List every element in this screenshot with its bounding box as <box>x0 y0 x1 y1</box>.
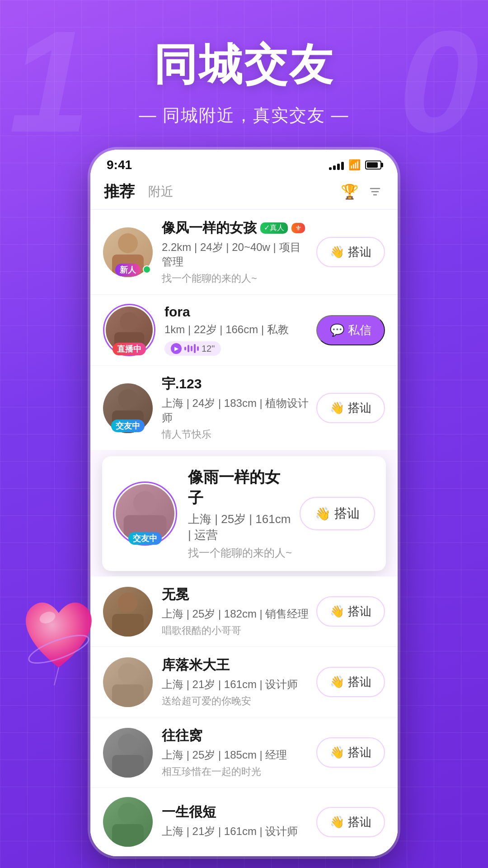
voice-time-2: 12" <box>202 344 215 354</box>
voice-note-2: ▶ 12" <box>164 341 221 356</box>
svg-point-14 <box>118 663 138 683</box>
trophy-icon[interactable]: 🏆 <box>341 183 359 201</box>
svg-point-16 <box>118 734 138 754</box>
user-name-row-3: 宇.123 <box>162 375 311 393</box>
action-btn-5[interactable]: 👋 搭讪 <box>316 596 385 627</box>
phone-mockup: 9:41 📶 推荐 附近 🏆 <box>90 150 398 856</box>
wave-button-4[interactable]: 👋 搭讪 <box>300 497 375 530</box>
battery-fill <box>367 162 378 168</box>
action-btn-7[interactable]: 👋 搭讪 <box>316 737 385 768</box>
avatar-8 <box>103 797 153 847</box>
action-btn-2[interactable]: 💬 私信 <box>316 315 385 345</box>
user-item-2[interactable]: 直播中 fora 1km | 22岁 | 166cm | 私教 ▶ <box>90 295 398 366</box>
msg-button-2[interactable]: 💬 私信 <box>316 315 385 345</box>
tab-nearby[interactable]: 附近 <box>148 183 174 200</box>
action-btn-3[interactable]: 👋 搭讪 <box>316 393 385 423</box>
avatar-badge-2: 直播中 <box>113 343 146 355</box>
user-meta-8: 上海 | 21岁 | 161cm | 设计师 <box>162 824 311 839</box>
wave-emoji-8: 👋 <box>330 815 344 829</box>
user-name-5: 无冕 <box>162 585 189 604</box>
user-item-5[interactable]: 无冕 上海 | 25岁 | 182cm | 销售经理 唱歌很酷的小哥哥 👋 搭讪 <box>90 576 398 647</box>
avatar-wrap-2: 直播中 <box>103 304 155 356</box>
user-info-5: 无冕 上海 | 25岁 | 182cm | 销售经理 唱歌很酷的小哥哥 <box>162 585 311 637</box>
avatar-wrap-6 <box>103 657 153 707</box>
user-info-7: 往往窝 上海 | 25岁 | 185cm | 经理 相互珍惜在一起的时光 <box>162 726 311 778</box>
wave-emoji-5: 👋 <box>330 604 344 618</box>
user-item-3[interactable]: 交友中 宇.123 上海 | 24岁 | 183cm | 植物设计师 情人节快乐… <box>90 366 398 451</box>
user-info-6: 库落米大王 上海 | 21岁 | 161cm | 设计师 送给超可爱的你晚安 <box>162 656 311 708</box>
wave-emoji-4: 👋 <box>315 506 331 521</box>
user-info-1: 像风一样的女孩 ✓真人 ⚜ 2.2km | 24岁 | 20~40w | 项目管… <box>162 219 311 285</box>
user-name-3: 宇.123 <box>162 375 202 393</box>
signal-bar-4 <box>341 162 344 170</box>
user-item-7[interactable]: 往往窝 上海 | 25岁 | 185cm | 经理 相互珍惜在一起的时光 👋 搭… <box>90 717 398 788</box>
phone-container: 9:41 📶 推荐 附近 🏆 <box>0 150 488 856</box>
action-btn-6[interactable]: 👋 搭讪 <box>316 667 385 697</box>
wave-emoji-3: 👋 <box>330 401 344 415</box>
user-item-6[interactable]: 库落米大王 上海 | 21岁 | 161cm | 设计师 送给超可爱的你晚安 👋… <box>90 647 398 717</box>
subtitle: — 同城附近，真实交友 — <box>0 104 488 127</box>
wave-emoji-1: 👋 <box>330 245 344 259</box>
svg-point-12 <box>118 593 138 613</box>
user-name-4: 像雨一样的女子 <box>188 467 294 509</box>
user-list: 新人 像风一样的女孩 ✓真人 ⚜ 2.2km | 24岁 | 20~40w | … <box>90 210 398 856</box>
user-name-row-8: 一生很短 <box>162 803 311 821</box>
msg-emoji-2: 💬 <box>330 323 344 337</box>
highlighted-card-4[interactable]: 交友中 像雨一样的女子 上海 | 25岁 | 161cm | 运营 找一个能聊的… <box>102 456 386 571</box>
user-meta-2: 1km | 22岁 | 166cm | 私教 <box>164 322 311 337</box>
svg-rect-19 <box>112 824 144 847</box>
user-name-row-1: 像风一样的女孩 ✓真人 ⚜ <box>162 219 311 237</box>
wave-button-3[interactable]: 👋 搭讪 <box>316 393 385 423</box>
wave-emoji-7: 👋 <box>330 745 344 760</box>
wave-button-7[interactable]: 👋 搭讪 <box>316 737 385 768</box>
avatar-wrap-5 <box>103 587 153 637</box>
wave-label-4: 搭讪 <box>334 505 360 522</box>
vbar-5 <box>197 346 199 351</box>
avatar-online-1 <box>143 265 151 274</box>
user-name-row-2: fora <box>164 304 311 320</box>
user-info-4: 像雨一样的女子 上海 | 25岁 | 161cm | 运营 找一个能聊的来的人~ <box>188 467 294 560</box>
action-btn-8[interactable]: 👋 搭讪 <box>316 807 385 837</box>
svg-point-10 <box>133 491 157 514</box>
avatar-badge-3: 交友中 <box>111 420 145 432</box>
highlighted-section: 交友中 像雨一样的女子 上海 | 25岁 | 161cm | 运营 找一个能聊的… <box>90 451 398 576</box>
avatar-6 <box>103 657 153 707</box>
vbar-1 <box>184 347 186 350</box>
msg-label-2: 私信 <box>348 322 371 338</box>
user-item[interactable]: 新人 像风一样的女孩 ✓真人 ⚜ 2.2km | 24岁 | 20~40w | … <box>90 210 398 295</box>
tab-recommended[interactable]: 推荐 <box>104 181 135 202</box>
svg-point-3 <box>118 233 138 253</box>
avatar-wrap-8 <box>103 797 153 847</box>
avatar-wrap-1: 新人 <box>103 227 153 277</box>
user-name-row-7: 往往窝 <box>162 726 311 745</box>
battery-icon <box>365 160 381 170</box>
user-name-row-6: 库落米大王 <box>162 656 311 675</box>
play-button-2[interactable]: ▶ <box>171 343 182 354</box>
signal-bar-1 <box>329 167 332 170</box>
action-btn-1[interactable]: 👋 搭讪 <box>316 237 385 267</box>
wave-button-6[interactable]: 👋 搭讪 <box>316 667 385 697</box>
user-status-7: 相互珍惜在一起的时光 <box>162 765 311 778</box>
filter-icon[interactable] <box>366 183 384 201</box>
vbar-3 <box>191 346 192 351</box>
user-name-row-5: 无冕 <box>162 585 311 604</box>
user-meta-4: 上海 | 25岁 | 161cm | 运营 <box>188 511 294 543</box>
user-status-4: 找一个能聊的来的人~ <box>188 546 294 560</box>
user-info-2: fora 1km | 22岁 | 166cm | 私教 ▶ 12" <box>164 304 311 356</box>
user-meta-7: 上海 | 25岁 | 185cm | 经理 <box>162 748 311 762</box>
wave-button-8[interactable]: 👋 搭讪 <box>316 807 385 837</box>
user-meta-5: 上海 | 25岁 | 182cm | 销售经理 <box>162 607 311 621</box>
voice-bars-2 <box>184 344 199 353</box>
user-item-8[interactable]: 一生很短 上海 | 21岁 | 161cm | 设计师 👋 搭讪 <box>90 788 398 856</box>
vbar-4 <box>194 344 196 353</box>
wave-button-1[interactable]: 👋 搭讪 <box>316 237 385 267</box>
avatar-wrap-3: 交友中 <box>103 383 153 433</box>
status-icons: 📶 <box>329 159 381 171</box>
avatar-7 <box>103 728 153 778</box>
action-btn-4[interactable]: 👋 搭讪 <box>300 497 375 530</box>
user-status-5: 唱歌很酷的小哥哥 <box>162 624 311 637</box>
signal-bar-3 <box>337 164 340 170</box>
wave-label-6: 搭讪 <box>348 674 371 690</box>
svg-point-6 <box>120 312 139 331</box>
wave-button-5[interactable]: 👋 搭讪 <box>316 596 385 627</box>
